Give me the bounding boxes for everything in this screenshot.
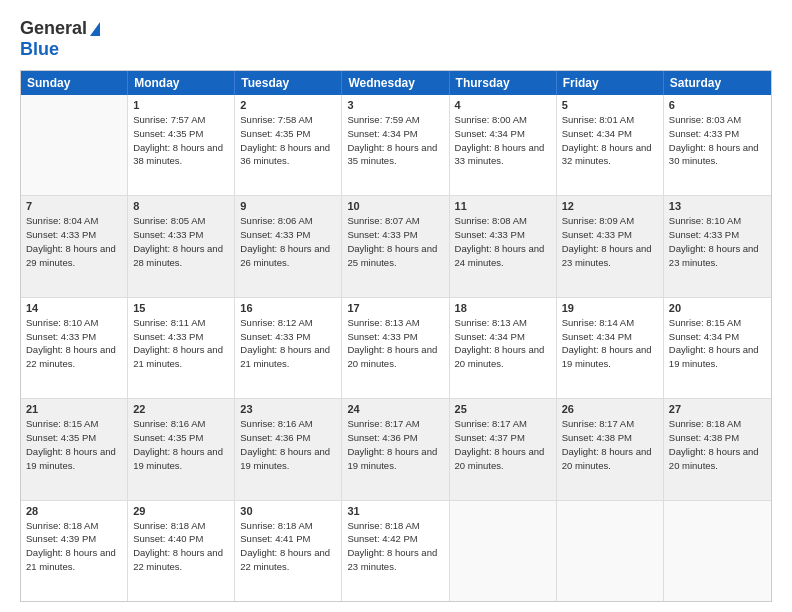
day-number: 22 — [133, 403, 229, 415]
sunrise-text: Sunrise: 8:07 AM — [347, 214, 443, 228]
calendar-cell: 12 Sunrise: 8:09 AM Sunset: 4:33 PM Dayl… — [557, 196, 664, 296]
sunset-text: Sunset: 4:38 PM — [562, 431, 658, 445]
calendar-cell: 11 Sunrise: 8:08 AM Sunset: 4:33 PM Dayl… — [450, 196, 557, 296]
daylight-text: Daylight: 8 hours and 29 minutes. — [26, 242, 122, 270]
day-number: 5 — [562, 99, 658, 111]
sunset-text: Sunset: 4:41 PM — [240, 532, 336, 546]
calendar-cell: 15 Sunrise: 8:11 AM Sunset: 4:33 PM Dayl… — [128, 298, 235, 398]
daylight-text: Daylight: 8 hours and 22 minutes. — [26, 343, 122, 371]
day-number: 23 — [240, 403, 336, 415]
sunset-text: Sunset: 4:33 PM — [669, 228, 766, 242]
day-number: 31 — [347, 505, 443, 517]
day-number: 1 — [133, 99, 229, 111]
logo: General Blue — [20, 18, 100, 60]
day-number: 29 — [133, 505, 229, 517]
sunset-text: Sunset: 4:34 PM — [455, 127, 551, 141]
daylight-text: Daylight: 8 hours and 20 minutes. — [455, 343, 551, 371]
daylight-text: Daylight: 8 hours and 23 minutes. — [562, 242, 658, 270]
daylight-text: Daylight: 8 hours and 19 minutes. — [347, 445, 443, 473]
day-number: 10 — [347, 200, 443, 212]
daylight-text: Daylight: 8 hours and 25 minutes. — [347, 242, 443, 270]
logo-arrow-icon — [90, 22, 100, 36]
sunset-text: Sunset: 4:34 PM — [562, 127, 658, 141]
daylight-text: Daylight: 8 hours and 35 minutes. — [347, 141, 443, 169]
sunrise-text: Sunrise: 8:03 AM — [669, 113, 766, 127]
daylight-text: Daylight: 8 hours and 20 minutes. — [347, 343, 443, 371]
sunrise-text: Sunrise: 7:59 AM — [347, 113, 443, 127]
daylight-text: Daylight: 8 hours and 24 minutes. — [455, 242, 551, 270]
sunset-text: Sunset: 4:38 PM — [669, 431, 766, 445]
daylight-text: Daylight: 8 hours and 20 minutes. — [455, 445, 551, 473]
day-number: 13 — [669, 200, 766, 212]
sunrise-text: Sunrise: 8:18 AM — [26, 519, 122, 533]
calendar-cell — [21, 95, 128, 195]
header: General Blue — [20, 18, 772, 60]
sunrise-text: Sunrise: 8:17 AM — [347, 417, 443, 431]
calendar-cell: 6 Sunrise: 8:03 AM Sunset: 4:33 PM Dayli… — [664, 95, 771, 195]
sunset-text: Sunset: 4:33 PM — [347, 228, 443, 242]
sunset-text: Sunset: 4:34 PM — [455, 330, 551, 344]
calendar-cell: 13 Sunrise: 8:10 AM Sunset: 4:33 PM Dayl… — [664, 196, 771, 296]
sunrise-text: Sunrise: 8:01 AM — [562, 113, 658, 127]
day-number: 12 — [562, 200, 658, 212]
logo-blue-text: Blue — [20, 39, 59, 60]
sunrise-text: Sunrise: 8:17 AM — [562, 417, 658, 431]
calendar-week-1: 1 Sunrise: 7:57 AM Sunset: 4:35 PM Dayli… — [21, 95, 771, 196]
calendar-cell: 29 Sunrise: 8:18 AM Sunset: 4:40 PM Dayl… — [128, 501, 235, 601]
sunrise-text: Sunrise: 8:17 AM — [455, 417, 551, 431]
sunrise-text: Sunrise: 8:05 AM — [133, 214, 229, 228]
day-number: 4 — [455, 99, 551, 111]
daylight-text: Daylight: 8 hours and 32 minutes. — [562, 141, 658, 169]
sunrise-text: Sunrise: 8:15 AM — [669, 316, 766, 330]
day-number: 28 — [26, 505, 122, 517]
day-number: 17 — [347, 302, 443, 314]
calendar-cell: 1 Sunrise: 7:57 AM Sunset: 4:35 PM Dayli… — [128, 95, 235, 195]
sunset-text: Sunset: 4:40 PM — [133, 532, 229, 546]
daylight-text: Daylight: 8 hours and 30 minutes. — [669, 141, 766, 169]
sunset-text: Sunset: 4:33 PM — [669, 127, 766, 141]
calendar-cell: 9 Sunrise: 8:06 AM Sunset: 4:33 PM Dayli… — [235, 196, 342, 296]
calendar-cell: 4 Sunrise: 8:00 AM Sunset: 4:34 PM Dayli… — [450, 95, 557, 195]
day-number: 7 — [26, 200, 122, 212]
calendar-cell: 26 Sunrise: 8:17 AM Sunset: 4:38 PM Dayl… — [557, 399, 664, 499]
daylight-text: Daylight: 8 hours and 22 minutes. — [240, 546, 336, 574]
sunset-text: Sunset: 4:36 PM — [347, 431, 443, 445]
calendar-cell: 30 Sunrise: 8:18 AM Sunset: 4:41 PM Dayl… — [235, 501, 342, 601]
daylight-text: Daylight: 8 hours and 19 minutes. — [562, 343, 658, 371]
daylight-text: Daylight: 8 hours and 26 minutes. — [240, 242, 336, 270]
cal-header-thursday: Thursday — [450, 71, 557, 95]
sunset-text: Sunset: 4:34 PM — [669, 330, 766, 344]
sunrise-text: Sunrise: 8:14 AM — [562, 316, 658, 330]
sunrise-text: Sunrise: 8:10 AM — [26, 316, 122, 330]
sunset-text: Sunset: 4:34 PM — [347, 127, 443, 141]
day-number: 19 — [562, 302, 658, 314]
calendar-cell: 8 Sunrise: 8:05 AM Sunset: 4:33 PM Dayli… — [128, 196, 235, 296]
sunset-text: Sunset: 4:33 PM — [26, 228, 122, 242]
day-number: 24 — [347, 403, 443, 415]
cal-header-friday: Friday — [557, 71, 664, 95]
day-number: 8 — [133, 200, 229, 212]
day-number: 25 — [455, 403, 551, 415]
sunrise-text: Sunrise: 8:18 AM — [240, 519, 336, 533]
sunrise-text: Sunrise: 8:09 AM — [562, 214, 658, 228]
sunrise-text: Sunrise: 8:13 AM — [455, 316, 551, 330]
daylight-text: Daylight: 8 hours and 28 minutes. — [133, 242, 229, 270]
calendar-cell: 28 Sunrise: 8:18 AM Sunset: 4:39 PM Dayl… — [21, 501, 128, 601]
day-number: 15 — [133, 302, 229, 314]
sunrise-text: Sunrise: 8:08 AM — [455, 214, 551, 228]
sunrise-text: Sunrise: 7:58 AM — [240, 113, 336, 127]
sunset-text: Sunset: 4:33 PM — [133, 228, 229, 242]
calendar-cell: 14 Sunrise: 8:10 AM Sunset: 4:33 PM Dayl… — [21, 298, 128, 398]
sunset-text: Sunset: 4:36 PM — [240, 431, 336, 445]
daylight-text: Daylight: 8 hours and 19 minutes. — [26, 445, 122, 473]
day-number: 9 — [240, 200, 336, 212]
calendar-cell: 24 Sunrise: 8:17 AM Sunset: 4:36 PM Dayl… — [342, 399, 449, 499]
daylight-text: Daylight: 8 hours and 38 minutes. — [133, 141, 229, 169]
page: General Blue SundayMondayTuesdayWednesda… — [0, 0, 792, 612]
calendar-cell: 10 Sunrise: 8:07 AM Sunset: 4:33 PM Dayl… — [342, 196, 449, 296]
day-number: 6 — [669, 99, 766, 111]
logo-general-text: General — [20, 18, 87, 39]
day-number: 2 — [240, 99, 336, 111]
calendar-header-row: SundayMondayTuesdayWednesdayThursdayFrid… — [21, 71, 771, 95]
daylight-text: Daylight: 8 hours and 21 minutes. — [133, 343, 229, 371]
